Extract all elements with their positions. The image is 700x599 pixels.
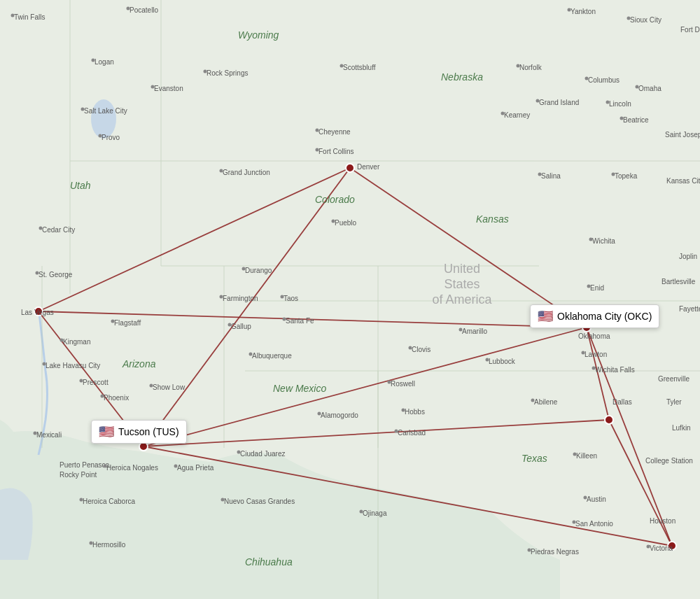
svg-text:Wichita: Wichita bbox=[592, 237, 615, 245]
svg-text:Fayetteville: Fayetteville bbox=[679, 305, 700, 313]
svg-point-124 bbox=[43, 362, 46, 366]
svg-text:Yankton: Yankton bbox=[570, 8, 596, 15]
svg-text:Killeen: Killeen bbox=[576, 452, 597, 460]
svg-text:Tyler: Tyler bbox=[666, 398, 682, 406]
svg-point-81 bbox=[316, 148, 319, 152]
svg-point-99 bbox=[242, 267, 246, 271]
svg-point-70 bbox=[501, 112, 505, 115]
svg-text:Fort Collins: Fort Collins bbox=[318, 148, 354, 155]
svg-text:Salt Lake City: Salt Lake City bbox=[84, 107, 127, 115]
svg-text:Lake Havasu City: Lake Havasu City bbox=[46, 362, 100, 369]
svg-text:Omaha: Omaha bbox=[638, 85, 662, 92]
svg-text:Provo: Provo bbox=[102, 134, 120, 141]
svg-point-141 bbox=[531, 399, 535, 402]
svg-text:Evanston: Evanston bbox=[154, 85, 183, 92]
svg-text:Bartlesville: Bartlesville bbox=[662, 278, 696, 286]
svg-point-180 bbox=[90, 542, 93, 545]
svg-point-64 bbox=[636, 85, 639, 89]
svg-text:Columbus: Columbus bbox=[588, 76, 620, 84]
svg-text:Denver: Denver bbox=[357, 163, 380, 171]
svg-text:Texas: Texas bbox=[522, 453, 547, 464]
svg-point-28 bbox=[605, 416, 613, 424]
svg-point-147 bbox=[395, 430, 398, 433]
svg-text:Kansas City: Kansas City bbox=[666, 177, 700, 185]
svg-text:Alamogordo: Alamogordo bbox=[321, 411, 358, 419]
svg-text:College Station: College Station bbox=[645, 457, 693, 465]
svg-point-163 bbox=[237, 451, 241, 454]
svg-text:Rock Springs: Rock Springs bbox=[206, 69, 248, 77]
svg-text:Fort Dodge: Fort Dodge bbox=[680, 26, 700, 34]
svg-text:Santa Fe: Santa Fe bbox=[286, 317, 314, 325]
svg-point-156 bbox=[104, 465, 107, 468]
svg-text:Carlsbad: Carlsbad bbox=[398, 429, 426, 437]
svg-text:Beatrice: Beatrice bbox=[623, 116, 649, 124]
svg-text:Wyoming: Wyoming bbox=[238, 29, 279, 41]
svg-point-68 bbox=[536, 99, 540, 103]
svg-point-133 bbox=[80, 379, 83, 383]
svg-point-126 bbox=[249, 353, 253, 356]
svg-text:Joplin: Joplin bbox=[679, 253, 697, 260]
svg-point-26 bbox=[346, 164, 354, 172]
svg-text:of America: of America bbox=[432, 293, 492, 306]
svg-point-120 bbox=[582, 351, 585, 355]
svg-text:Greenville: Greenville bbox=[658, 375, 690, 383]
svg-point-58 bbox=[340, 64, 344, 68]
svg-text:Victoria: Victoria bbox=[650, 544, 673, 552]
svg-point-45 bbox=[127, 7, 130, 10]
svg-point-165 bbox=[584, 496, 587, 500]
svg-point-171 bbox=[573, 521, 576, 524]
svg-text:Cedar City: Cedar City bbox=[42, 226, 75, 234]
svg-text:Colorado: Colorado bbox=[315, 194, 355, 205]
svg-text:Piedras Negras: Piedras Negras bbox=[531, 548, 579, 556]
svg-point-151 bbox=[318, 412, 321, 416]
svg-point-158 bbox=[174, 465, 178, 468]
svg-text:Salina: Salina bbox=[541, 172, 561, 180]
tucson-label[interactable]: 🇺🇸 Tucson (TUS) bbox=[91, 420, 187, 444]
svg-point-112 bbox=[459, 328, 463, 332]
svg-point-43 bbox=[11, 14, 15, 17]
svg-point-169 bbox=[221, 498, 225, 502]
svg-text:Dallas: Dallas bbox=[612, 398, 632, 406]
svg-point-110 bbox=[283, 318, 286, 321]
svg-point-116 bbox=[60, 339, 64, 342]
svg-text:Austin: Austin bbox=[587, 495, 606, 503]
svg-text:United: United bbox=[444, 262, 480, 276]
svg-text:Scottsbluff: Scottsbluff bbox=[343, 64, 376, 71]
svg-text:Heroica Nogales: Heroica Nogales bbox=[106, 464, 158, 472]
svg-text:Hobbs: Hobbs bbox=[405, 408, 425, 416]
svg-text:Agua Prieta: Agua Prieta bbox=[177, 464, 214, 472]
svg-point-135 bbox=[150, 384, 153, 388]
svg-point-167 bbox=[80, 498, 83, 502]
svg-text:Kearney: Kearney bbox=[504, 111, 530, 119]
svg-point-106 bbox=[220, 295, 223, 299]
svg-point-76 bbox=[316, 129, 319, 132]
svg-point-49 bbox=[627, 17, 631, 20]
svg-point-60 bbox=[517, 64, 520, 68]
svg-text:Pueblo: Pueblo bbox=[335, 219, 357, 227]
svg-point-66 bbox=[81, 108, 85, 111]
svg-text:St. George: St. George bbox=[38, 271, 73, 279]
svg-point-104 bbox=[111, 320, 115, 323]
svg-text:Prescott: Prescott bbox=[83, 379, 108, 386]
svg-point-78 bbox=[620, 117, 624, 120]
svg-point-160 bbox=[573, 453, 577, 456]
svg-point-97 bbox=[36, 272, 39, 275]
svg-text:Lincoln: Lincoln bbox=[609, 100, 631, 108]
okc-label[interactable]: 🇺🇸 Oklahoma City (OKC) bbox=[530, 304, 659, 328]
svg-point-54 bbox=[151, 85, 155, 89]
svg-point-85 bbox=[538, 173, 542, 176]
svg-text:Houston: Houston bbox=[650, 517, 676, 525]
svg-point-137 bbox=[101, 395, 104, 398]
svg-text:Amarillo: Amarillo bbox=[462, 327, 488, 335]
svg-text:Topeka: Topeka bbox=[615, 172, 638, 180]
svg-point-101 bbox=[587, 285, 591, 288]
tucson-label-text: Tucson (TUS) bbox=[118, 426, 179, 437]
okc-label-text: Oklahoma City (OKC) bbox=[557, 311, 652, 322]
svg-text:Durango: Durango bbox=[245, 267, 272, 274]
svg-text:Hermosillo: Hermosillo bbox=[92, 541, 126, 549]
svg-text:Chihuahua: Chihuahua bbox=[245, 556, 293, 568]
svg-text:Clovis: Clovis bbox=[412, 346, 430, 353]
svg-point-47 bbox=[568, 8, 571, 12]
svg-text:New Mexico: New Mexico bbox=[273, 383, 326, 394]
svg-text:Rocky Point: Rocky Point bbox=[59, 471, 97, 479]
